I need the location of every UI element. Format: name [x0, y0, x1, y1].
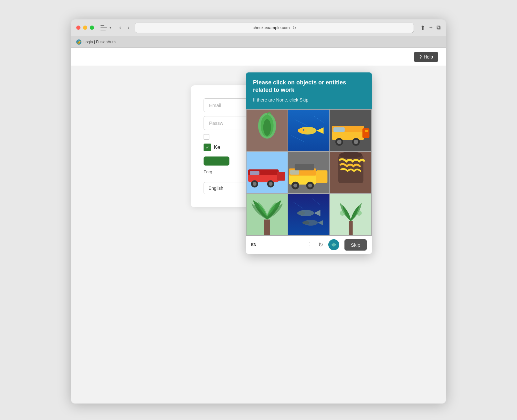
captcha-overlay: Please click on objects or entities rela… [246, 72, 372, 254]
svg-rect-30 [277, 172, 285, 181]
svg-point-17 [337, 140, 342, 144]
tabs-button[interactable]: ⧉ [437, 24, 441, 31]
skip-label: Skip [351, 242, 360, 248]
browser-page: ? Help Email Passw [71, 48, 446, 404]
svg-point-3 [263, 119, 271, 136]
help-icon: ? [419, 54, 422, 59]
chevron-down-icon: ▾ [110, 26, 111, 30]
captcha-cell-4[interactable] [288, 152, 329, 193]
captcha-lang: EN [251, 242, 257, 247]
password-placeholder: Passw [209, 120, 223, 126]
login-button[interactable] [204, 156, 229, 166]
captcha-controls: ⋮ ↻ Skip [307, 239, 367, 251]
captcha-skip-button[interactable]: Skip [344, 239, 367, 251]
new-tab-button[interactable]: + [429, 24, 433, 31]
refresh-icon: ↻ [292, 25, 296, 30]
svg-rect-56 [349, 221, 353, 235]
svg-point-57 [340, 210, 345, 216]
language-value: English [208, 186, 223, 191]
captcha-more-button[interactable]: ⋮ [307, 241, 313, 248]
back-button[interactable]: ‹ [118, 23, 122, 32]
tab-bar: 🔐 Login | FusionAuth [71, 36, 446, 48]
captcha-prompt: Please click on objects or entities rela… [253, 79, 365, 94]
tab-favicon: 🔐 [76, 39, 81, 45]
captcha-footer: EN ⋮ ↻ [246, 236, 372, 254]
browser-titlebar: ▾ ‹ › check.example.com ↻ ⬆ + ⧉ [71, 19, 446, 36]
svg-point-29 [269, 182, 273, 186]
svg-point-27 [253, 182, 257, 186]
help-label: Help [424, 54, 433, 59]
svg-rect-15 [333, 127, 345, 132]
captcha-cell-8[interactable] [330, 194, 371, 235]
captcha-cell-0[interactable] [247, 110, 288, 151]
captcha-cell-5[interactable] [330, 152, 371, 193]
svg-point-19 [353, 140, 358, 144]
remember-checkbox[interactable] [204, 134, 209, 140]
close-button[interactable] [76, 26, 80, 30]
captcha-cell-3[interactable] [247, 152, 288, 193]
svg-point-38 [308, 184, 312, 188]
traffic-lights [76, 26, 94, 30]
captcha-brand-icon [328, 239, 339, 250]
browser-window: ▾ ‹ › check.example.com ↻ ⬆ + ⧉ 🔐 Login … [71, 19, 446, 404]
svg-point-6 [298, 128, 307, 133]
svg-point-51 [302, 221, 310, 224]
forgot-label: Forg [204, 169, 212, 174]
maximize-button[interactable] [90, 26, 94, 30]
captcha-cell-7[interactable] [288, 194, 329, 235]
page-header: ? Help [71, 48, 446, 66]
svg-point-43 [339, 152, 363, 158]
svg-rect-40 [316, 170, 328, 183]
svg-point-8 [303, 129, 304, 131]
sidebar-icon [100, 25, 107, 30]
sidebar-toggle[interactable]: ▾ [100, 25, 111, 30]
tab-title: Login | FusionAuth [83, 40, 116, 44]
svg-rect-21 [365, 130, 368, 132]
url-text: check.example.com [253, 25, 290, 30]
captcha-header: Please click on objects or entities rela… [246, 72, 372, 109]
page-body: Email Passw ✓ Ke Forg [71, 66, 446, 227]
keep-me-label: Ke [214, 145, 220, 150]
svg-point-48 [297, 211, 305, 215]
forward-button[interactable]: › [126, 23, 131, 32]
svg-rect-45 [264, 220, 270, 235]
browser-actions: ⬆ + ⧉ [420, 24, 441, 31]
minimize-button[interactable] [83, 26, 87, 30]
captcha-cell-6[interactable] [247, 194, 288, 235]
svg-point-36 [293, 184, 297, 188]
svg-rect-34 [290, 170, 299, 175]
svg-point-58 [356, 210, 362, 216]
captcha-cell-2[interactable] [330, 110, 371, 151]
captcha-subtext: If there are None, click Skip [253, 97, 365, 102]
help-button[interactable]: ? Help [414, 52, 438, 62]
svg-rect-39 [295, 164, 314, 170]
share-button[interactable]: ⬆ [420, 24, 425, 31]
captcha-cell-1[interactable] [288, 110, 329, 151]
captcha-grid [246, 109, 372, 236]
captcha-refresh-button[interactable]: ↻ [318, 241, 323, 248]
address-bar[interactable]: check.example.com ↻ [135, 23, 414, 33]
svg-rect-25 [250, 171, 259, 175]
keep-icon: ✓ [204, 144, 211, 151]
email-placeholder: Email [209, 102, 221, 108]
